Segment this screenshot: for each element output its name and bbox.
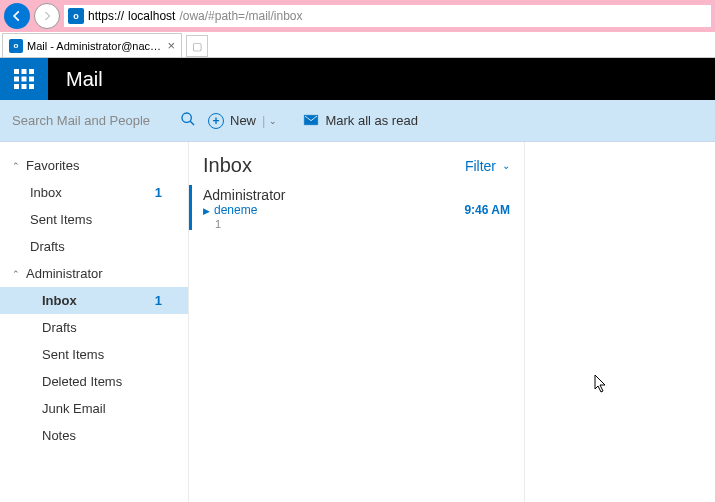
mark-all-label: Mark all as read [325,113,417,128]
new-button[interactable]: + New | ⌄ [208,113,277,129]
sidebar-item-sent-items[interactable]: Sent Items [0,341,188,368]
svg-rect-5 [29,77,34,82]
main-content: ⌃ Favorites Inbox1Sent ItemsDrafts ⌃ Adm… [0,142,715,502]
chevron-down-icon[interactable]: ⌄ [269,116,277,126]
search-input[interactable] [12,113,180,128]
unread-count: 1 [155,293,162,308]
close-tab-icon[interactable]: × [167,38,175,53]
outlook-favicon: o [9,39,23,53]
filter-label: Filter [465,158,496,174]
sidebar-item-drafts[interactable]: Drafts [0,233,188,260]
folder-label: Notes [42,428,76,443]
list-header: Inbox Filter ⌄ [203,154,510,177]
expand-icon[interactable]: ▶ [203,206,210,216]
folder-label: Drafts [42,320,77,335]
message-subject: deneme [214,203,257,217]
filter-button[interactable]: Filter ⌄ [465,158,510,174]
folder-label: Deleted Items [42,374,122,389]
reading-pane [525,142,715,502]
mark-all-read-button[interactable]: Mark all as read [303,113,417,129]
folder-title: Inbox [203,154,252,177]
tab-bar: o Mail - Administrator@naca... × ▢ [0,32,715,58]
unread-count: 1 [155,185,162,200]
waffle-icon [14,69,34,89]
url-path: /owa/#path=/mail/inbox [179,9,302,23]
browser-nav-bar: o https://localhost/owa/#path=/mail/inbo… [0,0,715,32]
divider: | [262,113,265,128]
sidebar-item-sent-items[interactable]: Sent Items [0,206,188,233]
folder-label: Inbox [30,185,62,200]
browser-tab[interactable]: o Mail - Administrator@naca... × [2,33,182,57]
chevron-up-icon: ⌃ [12,161,20,171]
new-label: New [230,113,256,128]
account-section[interactable]: ⌃ Administrator [0,260,188,287]
forward-button[interactable] [34,3,60,29]
app-title: Mail [48,68,103,91]
address-bar[interactable]: o https://localhost/owa/#path=/mail/inbo… [64,5,711,27]
folder-sidebar: ⌃ Favorites Inbox1Sent ItemsDrafts ⌃ Adm… [0,142,189,502]
folder-label: Sent Items [30,212,92,227]
sidebar-item-notes[interactable]: Notes [0,422,188,449]
tab-title: Mail - Administrator@naca... [27,40,163,52]
message-time: 9:46 AM [464,203,510,217]
back-button[interactable] [4,3,30,29]
chevron-down-icon: ⌄ [502,160,510,171]
svg-rect-2 [29,69,34,74]
folder-label: Inbox [42,293,77,308]
outlook-favicon: o [68,8,84,24]
folder-label: Sent Items [42,347,104,362]
favorites-section[interactable]: ⌃ Favorites [0,152,188,179]
svg-rect-4 [22,77,27,82]
folder-label: Junk Email [42,401,106,416]
message-from: Administrator [203,187,510,203]
folder-label: Drafts [30,239,65,254]
account-label: Administrator [26,266,103,281]
message-preview: 1 [203,218,510,230]
app-launcher-button[interactable] [0,58,48,100]
svg-rect-7 [22,84,27,89]
toolbar: + New | ⌄ Mark all as read [0,100,715,142]
new-tab-button[interactable]: ▢ [186,35,208,57]
sidebar-item-drafts[interactable]: Drafts [0,314,188,341]
message-list-pane: Inbox Filter ⌄ Administrator▶deneme9:46 … [189,142,525,502]
sidebar-item-inbox[interactable]: Inbox1 [0,179,188,206]
svg-rect-8 [29,84,34,89]
url-scheme: https:// [88,9,124,23]
sidebar-item-junk-email[interactable]: Junk Email [0,395,188,422]
cursor-icon [594,374,608,398]
chevron-up-icon: ⌃ [12,269,20,279]
message-item[interactable]: Administrator▶deneme9:46 AM1 [189,185,510,230]
svg-rect-1 [22,69,27,74]
plus-icon: + [208,113,224,129]
app-header: Mail [0,58,715,100]
toolbar-actions: + New | ⌄ Mark all as read [190,113,418,129]
svg-rect-0 [14,69,19,74]
favorites-label: Favorites [26,158,79,173]
svg-rect-6 [14,84,19,89]
sidebar-item-deleted-items[interactable]: Deleted Items [0,368,188,395]
search-box [0,100,189,142]
envelope-icon [303,113,319,129]
url-host: localhost [128,9,175,23]
svg-rect-3 [14,77,19,82]
sidebar-item-inbox[interactable]: Inbox1 [0,287,188,314]
